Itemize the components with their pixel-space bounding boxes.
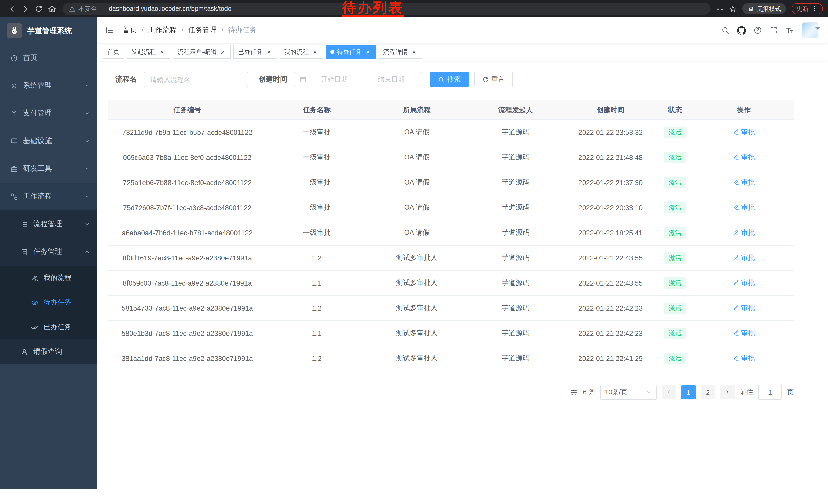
edit-icon [732, 154, 739, 161]
sidebar-item-workflow[interactable]: 工作流程 [0, 183, 97, 210]
search-button[interactable]: 搜索 [430, 72, 469, 87]
approve-link[interactable]: 审批 [732, 253, 755, 263]
breadcrumb-item[interactable]: 任务管理 [181, 26, 217, 35]
omnibox-divider [102, 6, 103, 12]
sidebar-item-home[interactable]: 首页 [0, 44, 97, 72]
cell-task-id: 75d72608-7b7f-11ec-a3c8-acde48001122 [108, 195, 267, 220]
app-body: 芋道管理系统 首页 系统管理 支付管理 基础设施 [0, 17, 828, 489]
sidebar-item-process-mgmt[interactable]: 流程管理 [0, 210, 97, 238]
edit-icon [732, 229, 739, 236]
github-icon[interactable] [737, 26, 746, 35]
cell-process: OA 请假 [367, 120, 467, 145]
sidebar-item-label: 待办任务 [44, 298, 71, 307]
page-button[interactable]: 1 [681, 385, 696, 400]
tag[interactable]: 首页 [102, 45, 124, 59]
next-page-button[interactable] [720, 385, 735, 400]
approve-link[interactable]: 审批 [732, 228, 755, 237]
tag[interactable]: 流程表单-编辑 [173, 45, 231, 59]
approve-link[interactable]: 审批 [732, 153, 755, 162]
tag[interactable]: 待办任务 [326, 45, 376, 59]
goto-label: 前往 [740, 387, 753, 397]
breadcrumb-item[interactable]: 工作流程 [141, 26, 177, 35]
browser-toolbar-right: 无痕模式 更新 [716, 3, 823, 14]
approve-link[interactable]: 审批 [732, 278, 755, 288]
cell-action: 审批 [694, 145, 794, 170]
table-row: a6aba0a4-7b6d-11ec-b781-acde48001122 一级审… [108, 220, 794, 245]
sidebar-item-system[interactable]: 系统管理 [0, 72, 97, 99]
cell-task-name: 一级审批 [267, 120, 367, 145]
reset-button[interactable]: 重置 [474, 72, 513, 87]
chevron-up-icon [84, 249, 90, 255]
sidebar-item-task-mgmt[interactable]: 任务管理 [0, 238, 97, 266]
app-logo[interactable]: 芋道管理系统 [0, 17, 97, 44]
tag[interactable]: 发起流程 [127, 45, 170, 59]
tag[interactable]: 已办任务 [234, 45, 277, 59]
sidebar-item-leave-query[interactable]: 请假查询 [0, 339, 97, 364]
cell-action: 审批 [694, 245, 794, 270]
approve-link[interactable]: 审批 [732, 203, 755, 212]
browser-forward-button[interactable] [18, 2, 32, 15]
approve-link[interactable]: 审批 [732, 354, 755, 363]
sidebar-item-infra[interactable]: 基础设施 [0, 127, 97, 155]
sidebar-item-todo-tasks[interactable]: 待办任务 [0, 290, 97, 315]
user-menu[interactable] [802, 22, 820, 39]
table-row: 381aa1dd-7ac8-11ec-a9e2-a2380e71991a 1.2… [108, 346, 794, 371]
approve-link[interactable]: 审批 [732, 128, 755, 137]
sidebar-item-done-tasks[interactable]: 已办任务 [0, 315, 97, 339]
cell-process: OA 请假 [367, 195, 467, 220]
tag-label: 待办任务 [337, 47, 362, 56]
sidebar-item-payment[interactable]: 支付管理 [0, 99, 97, 127]
tag-close-icon[interactable] [410, 48, 418, 55]
workflow-icon [10, 192, 18, 200]
tag-close-icon[interactable] [159, 48, 166, 55]
chevron-down-icon [646, 389, 652, 395]
tag-label: 流程表单-编辑 [177, 47, 216, 56]
approve-link[interactable]: 审批 [732, 329, 755, 338]
yen-icon [10, 109, 18, 117]
tag[interactable]: 流程详情 [379, 45, 422, 59]
col-task-name: 任务名称 [267, 100, 367, 120]
breadcrumb-item[interactable]: 首页 [123, 26, 137, 35]
approve-link[interactable]: 审批 [732, 304, 755, 313]
sidebar-collapse-button[interactable] [105, 26, 114, 35]
cell-task-id: 58154733-7ac8-11ec-a9e2-a2380e71991a [108, 295, 267, 321]
tag-close-icon[interactable] [265, 48, 273, 55]
tag-label: 流程详情 [383, 47, 408, 56]
status-badge: 激活 [664, 353, 687, 364]
fullscreen-icon[interactable] [770, 26, 778, 34]
approve-label: 审批 [741, 278, 755, 288]
approve-link[interactable]: 审批 [732, 178, 755, 187]
date-range-picker[interactable]: 开始日期 - 结束日期 [294, 72, 422, 87]
tag[interactable]: 我的流程 [280, 45, 323, 59]
browser-home-button[interactable] [45, 2, 58, 15]
chevron-down-icon [84, 110, 90, 117]
table-row: 580e1b3d-7ac8-11ec-a9e2-a2380e71991a 1.1… [108, 321, 794, 346]
tag-close-icon[interactable] [312, 48, 319, 55]
process-name-input[interactable] [143, 72, 248, 87]
browser-menu-icon[interactable] [811, 5, 818, 12]
search-icon[interactable] [721, 26, 730, 34]
tag-close-icon[interactable] [219, 48, 226, 55]
sidebar-item-devtools[interactable]: 研发工具 [0, 155, 97, 183]
cell-created: 2022-01-22 21:37:30 [564, 170, 657, 195]
navbar-actions [721, 22, 820, 39]
status-badge: 激活 [664, 227, 687, 238]
font-size-icon[interactable] [785, 26, 794, 35]
table-row: 73211d9d-7b9b-11ec-b5b7-acde48001122 一级审… [108, 120, 794, 145]
tag-close-icon[interactable] [364, 48, 371, 55]
password-key-icon[interactable] [716, 5, 723, 12]
goto-page-input[interactable] [758, 384, 782, 400]
browser-back-button[interactable] [5, 2, 18, 15]
page-size-select[interactable]: 10条/页 [600, 384, 657, 400]
cell-task-name: 1.1 [267, 270, 367, 295]
bookmark-star-icon[interactable] [729, 5, 737, 12]
table-row: 58154733-7ac8-11ec-a9e2-a2380e71991a 1.2… [108, 295, 794, 321]
status-badge: 激活 [664, 202, 687, 213]
page-button[interactable]: 2 [701, 385, 715, 400]
browser-reload-button[interactable] [32, 2, 45, 15]
help-icon[interactable] [754, 26, 762, 34]
task-table: 任务编号 任务名称 所属流程 流程发起人 创建时间 状态 操作 73211d9d… [108, 100, 794, 371]
browser-update-button[interactable]: 更新 [792, 3, 823, 14]
sidebar-item-my-process[interactable]: 我的流程 [0, 266, 97, 290]
prev-page-button[interactable] [662, 385, 676, 400]
